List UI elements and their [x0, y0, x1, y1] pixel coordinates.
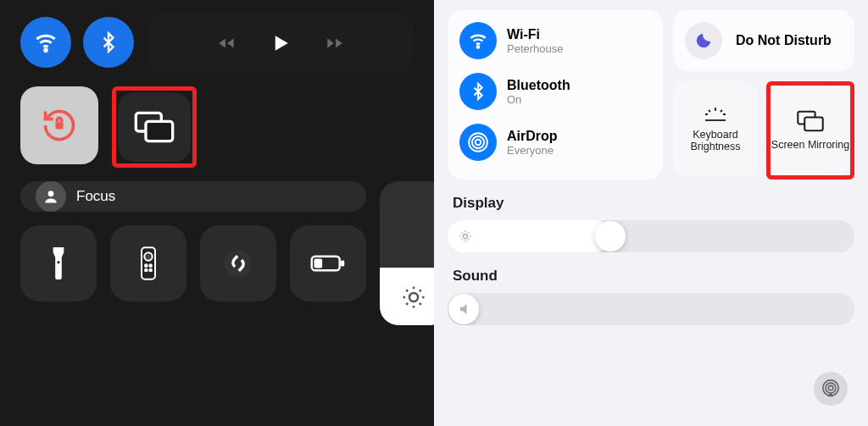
bluetooth-icon — [469, 82, 487, 101]
rewind-icon[interactable] — [215, 32, 237, 54]
wifi-item[interactable]: Wi-FiPeterhouse — [459, 22, 651, 59]
svg-rect-1 — [55, 122, 63, 129]
screen-mirroring-button[interactable] — [118, 92, 191, 162]
wifi-icon — [32, 29, 59, 56]
sound-slider[interactable] — [448, 293, 854, 325]
screen-mirror-highlight — [112, 86, 197, 168]
airplay-icon — [821, 379, 840, 398]
flashlight-icon — [48, 247, 69, 279]
flashlight-button[interactable] — [20, 225, 97, 302]
svg-point-9 — [149, 264, 152, 267]
screen-mirror-highlight-right: Screen Mirroring — [766, 81, 854, 180]
keyboard-brightness-icon — [703, 105, 728, 122]
display-slider[interactable] — [448, 220, 854, 252]
screen-mirroring-button-right[interactable]: Screen Mirroring — [771, 86, 850, 175]
bluetooth-icon — [97, 31, 120, 53]
airdrop-item[interactable]: AirDropEveryone — [459, 124, 651, 161]
bluetooth-item[interactable]: BluetoothOn — [459, 73, 651, 110]
svg-point-10 — [145, 269, 147, 272]
svg-point-12 — [225, 250, 252, 277]
svg-point-18 — [476, 140, 481, 146]
svg-point-4 — [48, 191, 54, 196]
airplay-audio-button[interactable] — [814, 372, 848, 406]
bluetooth-title: Bluetooth — [507, 78, 570, 93]
volume-icon — [458, 302, 473, 317]
svg-point-16 — [409, 293, 418, 302]
svg-point-23 — [463, 234, 467, 238]
svg-rect-15 — [314, 259, 323, 268]
svg-point-24 — [828, 385, 833, 390]
svg-point-25 — [826, 383, 836, 393]
rotation-lock-button[interactable] — [20, 86, 98, 164]
play-icon[interactable] — [268, 30, 293, 56]
kb-brightness-label: Keyboard Brightness — [673, 129, 758, 153]
dnd-title: Do Not Disturb — [736, 33, 832, 48]
screen-mirroring-label: Screen Mirroring — [771, 139, 849, 151]
sound-heading: Sound — [453, 268, 854, 285]
connectivity-card: Wi-FiPeterhouse BluetoothOn AirDropEvery… — [448, 10, 663, 180]
low-power-button[interactable] — [290, 225, 366, 302]
macos-control-center: Wi-FiPeterhouse BluetoothOn AirDropEvery… — [434, 0, 868, 426]
keyboard-brightness-button[interactable]: Keyboard Brightness — [673, 81, 758, 176]
airdrop-icon — [467, 131, 489, 153]
airdrop-title: AirDrop — [507, 129, 558, 144]
svg-rect-22 — [804, 117, 823, 130]
display-heading: Display — [453, 195, 854, 212]
screen-mirroring-icon — [133, 111, 175, 143]
svg-rect-3 — [146, 121, 173, 141]
wifi-subtitle: Peterhouse — [507, 42, 564, 55]
tv-remote-icon — [140, 246, 157, 280]
svg-point-19 — [472, 136, 484, 148]
svg-point-17 — [477, 47, 479, 48]
svg-point-11 — [149, 269, 152, 272]
battery-icon — [310, 254, 346, 273]
focus-button[interactable]: Focus — [20, 181, 366, 212]
brightness-slider[interactable] — [380, 181, 434, 325]
dnd-card[interactable]: Do Not Disturb — [673, 10, 854, 71]
svg-point-0 — [45, 49, 47, 52]
bluetooth-toggle[interactable] — [83, 17, 134, 68]
rotation-lock-icon — [41, 107, 78, 144]
wifi-title: Wi-Fi — [507, 27, 564, 42]
focus-label: Focus — [76, 188, 115, 205]
svg-point-5 — [57, 261, 59, 263]
media-controls[interactable] — [147, 14, 414, 73]
remote-button[interactable] — [110, 225, 186, 302]
brightness-icon — [401, 285, 426, 310]
ios-control-center: Focus — [0, 0, 434, 426]
wifi-icon — [467, 30, 489, 52]
shazam-icon — [222, 247, 254, 279]
bluetooth-subtitle: On — [507, 93, 570, 106]
svg-rect-14 — [341, 261, 344, 267]
wifi-toggle[interactable] — [20, 17, 71, 68]
moon-icon — [694, 31, 713, 50]
forward-icon[interactable] — [324, 32, 346, 54]
brightness-icon — [458, 229, 473, 244]
svg-point-8 — [145, 264, 147, 267]
shazam-button[interactable] — [200, 225, 276, 302]
svg-point-7 — [144, 252, 152, 260]
airdrop-subtitle: Everyone — [507, 144, 558, 157]
screen-mirroring-icon — [796, 110, 825, 132]
person-icon — [42, 188, 59, 205]
